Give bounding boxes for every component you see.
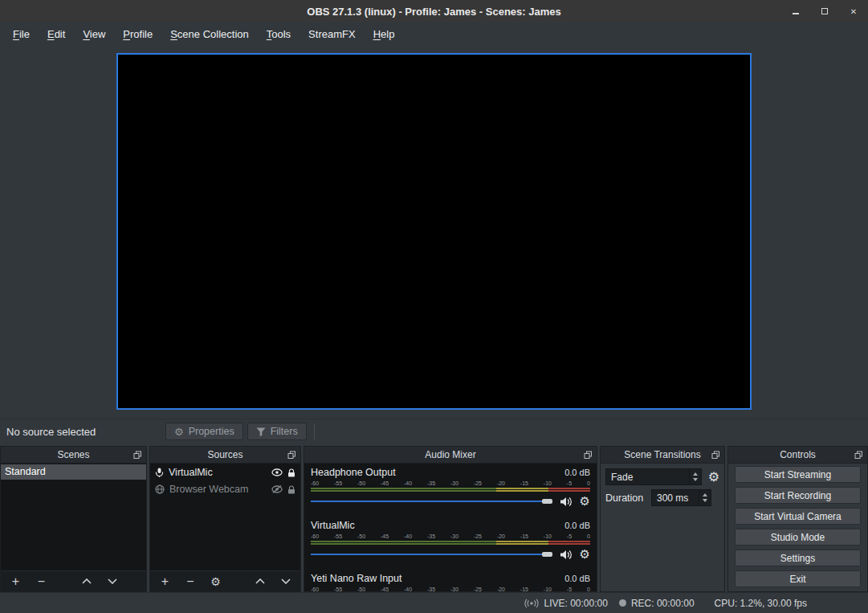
- scale-tick: -20: [497, 586, 505, 592]
- scenes-dock-title: Scenes: [57, 449, 89, 460]
- scene-item-standard[interactable]: Standard: [1, 464, 146, 480]
- menu-profile[interactable]: Profile: [114, 22, 161, 47]
- eye-icon[interactable]: [271, 468, 283, 476]
- source-row-browser-webcam[interactable]: Browser Webcam: [150, 481, 300, 497]
- lock-icon[interactable]: [287, 468, 295, 477]
- obs-window: OBS 27.1.3 (linux) - Profile: James - Sc…: [0, 0, 868, 613]
- live-time: LIVE: 00:00:00: [544, 598, 607, 609]
- mixer-dock-header[interactable]: Audio Mixer: [304, 446, 597, 464]
- close-icon: ✕: [850, 7, 857, 16]
- rec-status: REC: 00:00:00: [619, 598, 695, 609]
- popout-icon[interactable]: [711, 451, 720, 460]
- speaker-icon[interactable]: [560, 497, 573, 507]
- source-toolbar: No source selected ⚙ Properties Filters: [0, 419, 868, 443]
- speaker-icon[interactable]: [560, 550, 573, 560]
- menu-file[interactable]: File: [4, 22, 39, 47]
- volume-slider[interactable]: [311, 498, 552, 505]
- menu-streamfx[interactable]: StreamFX: [300, 22, 365, 47]
- scenes-toolbar: + −: [1, 570, 146, 591]
- combo-arrows[interactable]: [689, 469, 701, 484]
- scale-tick: -15: [520, 586, 528, 592]
- duration-label: Duration: [605, 492, 651, 504]
- controls-dock-header[interactable]: Controls: [727, 446, 868, 464]
- slider-handle[interactable]: [542, 499, 552, 504]
- start-streaming-button[interactable]: Start Streaming: [735, 466, 861, 483]
- menu-scene-collection[interactable]: Scene Collection: [161, 22, 258, 47]
- studio-mode-button[interactable]: Studio Mode: [735, 529, 861, 546]
- channel-db: 0.0 dB: [564, 521, 590, 530]
- scenes-dock-header[interactable]: Scenes: [0, 446, 147, 464]
- gear-icon[interactable]: ⚙: [580, 495, 590, 508]
- menu-tools[interactable]: Tools: [258, 22, 300, 47]
- start-virtual-camera-button[interactable]: Start Virtual Camera: [735, 508, 861, 525]
- popout-icon[interactable]: [854, 451, 863, 460]
- move-scene-up-button[interactable]: [80, 575, 92, 588]
- popout-icon[interactable]: [584, 451, 593, 460]
- filters-button[interactable]: Filters: [247, 423, 307, 440]
- record-dot-icon: [619, 599, 626, 607]
- transition-gear-icon[interactable]: ⚙: [708, 470, 719, 484]
- menu-edit[interactable]: Edit: [39, 22, 74, 47]
- arrow-down-icon: [693, 478, 698, 481]
- scale-tick: -50: [357, 480, 365, 486]
- source-properties-button[interactable]: ⚙: [210, 575, 222, 588]
- minimize-button[interactable]: [791, 6, 801, 16]
- arrow-down-icon: [703, 499, 707, 502]
- plus-icon: +: [161, 575, 169, 588]
- slider-handle[interactable]: [542, 552, 552, 557]
- arrow-up-icon: [693, 472, 698, 476]
- close-button[interactable]: ✕: [849, 6, 858, 16]
- scale-tick: -40: [404, 586, 412, 592]
- gear-icon[interactable]: ⚙: [580, 548, 590, 561]
- move-scene-down-button[interactable]: [106, 575, 118, 588]
- remove-source-button[interactable]: −: [185, 575, 197, 588]
- settings-button[interactable]: Settings: [735, 550, 861, 566]
- spin-arrows[interactable]: [699, 490, 711, 505]
- scale-tick: -30: [450, 480, 458, 486]
- cpu-fps-stats: CPU: 1.2%, 30.00 fps: [715, 598, 807, 609]
- sources-dock-header[interactable]: Sources: [149, 446, 301, 464]
- scale-tick: -50: [357, 586, 365, 592]
- transitions-dock-header[interactable]: Scene Transitions: [600, 446, 725, 464]
- lock-icon[interactable]: [287, 485, 295, 494]
- preview-canvas[interactable]: [116, 53, 752, 410]
- channel-name: Headphone Output: [311, 467, 396, 478]
- scale-tick: -15: [520, 480, 528, 486]
- scale-tick: -10: [544, 533, 552, 539]
- controls-body: Start StreamingStart RecordingStart Virt…: [727, 464, 868, 592]
- scale-tick: -35: [427, 480, 435, 486]
- move-source-down-button[interactable]: [279, 575, 291, 588]
- remove-scene-button[interactable]: −: [35, 575, 47, 588]
- scenes-list: Standard + −: [0, 464, 147, 592]
- popout-icon[interactable]: [287, 451, 296, 460]
- source-row-virtualmic[interactable]: VirtualMic: [150, 464, 300, 480]
- add-scene-button[interactable]: +: [10, 575, 22, 588]
- broadcast-icon: [524, 599, 539, 608]
- controls-dock-title: Controls: [780, 449, 816, 460]
- maximize-button[interactable]: [820, 6, 829, 16]
- channel-name: Yeti Nano Raw Input: [311, 573, 402, 584]
- transition-select[interactable]: Fade: [605, 468, 702, 485]
- menu-view[interactable]: View: [74, 22, 114, 47]
- exit-button[interactable]: Exit: [735, 570, 861, 587]
- mixer-body: Headphone Output 0.0 dB -60-55-50-45-40-…: [304, 464, 597, 592]
- chevron-down-icon: [108, 578, 117, 584]
- add-source-button[interactable]: +: [159, 575, 171, 588]
- transition-selected: Fade: [606, 469, 689, 484]
- eye-slash-icon[interactable]: [271, 485, 283, 493]
- scale-tick: -5: [567, 480, 572, 486]
- menu-help[interactable]: Help: [365, 22, 404, 47]
- volume-slider[interactable]: [311, 551, 552, 558]
- mixer-channel-headphone-output: Headphone Output 0.0 dB -60-55-50-45-40-…: [311, 465, 590, 509]
- duration-spinbox[interactable]: 300 ms: [651, 489, 711, 506]
- microphone-icon: [155, 468, 164, 477]
- plus-icon: +: [12, 575, 19, 588]
- start-recording-button[interactable]: Start Recording: [735, 487, 861, 504]
- scale-tick: -25: [474, 586, 482, 592]
- scale-tick: 0: [587, 480, 590, 486]
- scale-tick: -10: [544, 480, 552, 486]
- move-source-up-button[interactable]: [255, 575, 267, 588]
- properties-button[interactable]: ⚙ Properties: [165, 423, 243, 440]
- popout-icon[interactable]: [133, 451, 142, 460]
- scale-tick: -10: [544, 586, 552, 592]
